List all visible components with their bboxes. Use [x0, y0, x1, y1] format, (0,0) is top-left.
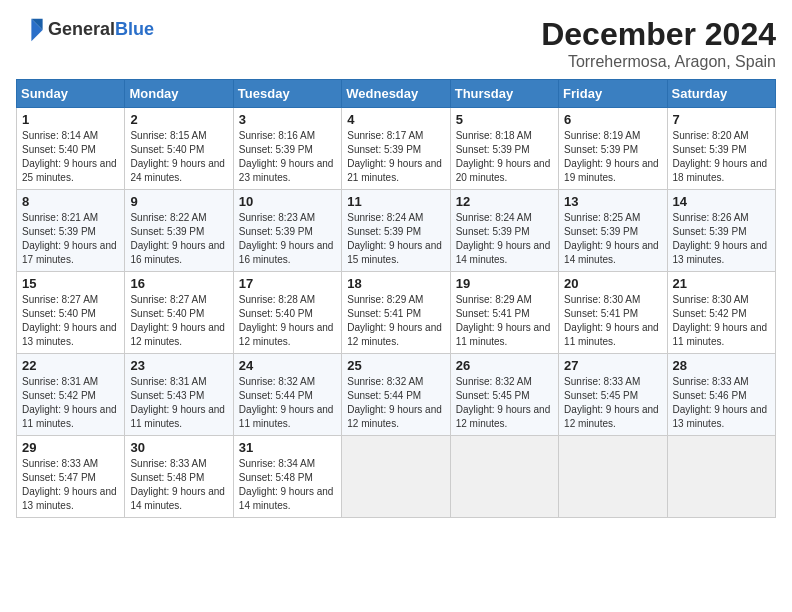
cell-content: Sunrise: 8:27 AMSunset: 5:40 PMDaylight:…	[130, 294, 225, 347]
day-number: 24	[239, 358, 336, 373]
cell-content: Sunrise: 8:33 AMSunset: 5:46 PMDaylight:…	[673, 376, 768, 429]
day-number: 7	[673, 112, 770, 127]
day-number: 8	[22, 194, 119, 209]
location-title: Torrehermosa, Aragon, Spain	[541, 53, 776, 71]
calendar-cell: 12 Sunrise: 8:24 AMSunset: 5:39 PMDaylig…	[450, 190, 558, 272]
day-number: 25	[347, 358, 444, 373]
calendar-cell: 5 Sunrise: 8:18 AMSunset: 5:39 PMDayligh…	[450, 108, 558, 190]
calendar-cell: 30 Sunrise: 8:33 AMSunset: 5:48 PMDaylig…	[125, 436, 233, 518]
day-number: 3	[239, 112, 336, 127]
logo-text-blue: Blue	[115, 19, 154, 39]
cell-content: Sunrise: 8:32 AMSunset: 5:44 PMDaylight:…	[347, 376, 442, 429]
cell-content: Sunrise: 8:29 AMSunset: 5:41 PMDaylight:…	[456, 294, 551, 347]
cell-content: Sunrise: 8:24 AMSunset: 5:39 PMDaylight:…	[456, 212, 551, 265]
cell-content: Sunrise: 8:16 AMSunset: 5:39 PMDaylight:…	[239, 130, 334, 183]
cell-content: Sunrise: 8:32 AMSunset: 5:44 PMDaylight:…	[239, 376, 334, 429]
day-header-sunday: Sunday	[17, 80, 125, 108]
day-number: 6	[564, 112, 661, 127]
day-header-tuesday: Tuesday	[233, 80, 341, 108]
calendar-week-1: 1 Sunrise: 8:14 AMSunset: 5:40 PMDayligh…	[17, 108, 776, 190]
calendar-cell: 3 Sunrise: 8:16 AMSunset: 5:39 PMDayligh…	[233, 108, 341, 190]
calendar-cell	[342, 436, 450, 518]
day-number: 14	[673, 194, 770, 209]
day-number: 15	[22, 276, 119, 291]
calendar-cell: 6 Sunrise: 8:19 AMSunset: 5:39 PMDayligh…	[559, 108, 667, 190]
day-number: 1	[22, 112, 119, 127]
day-number: 20	[564, 276, 661, 291]
calendar-cell: 20 Sunrise: 8:30 AMSunset: 5:41 PMDaylig…	[559, 272, 667, 354]
cell-content: Sunrise: 8:30 AMSunset: 5:42 PMDaylight:…	[673, 294, 768, 347]
cell-content: Sunrise: 8:19 AMSunset: 5:39 PMDaylight:…	[564, 130, 659, 183]
logo-text-general: General	[48, 19, 115, 39]
day-number: 23	[130, 358, 227, 373]
cell-content: Sunrise: 8:32 AMSunset: 5:45 PMDaylight:…	[456, 376, 551, 429]
cell-content: Sunrise: 8:24 AMSunset: 5:39 PMDaylight:…	[347, 212, 442, 265]
calendar-cell: 31 Sunrise: 8:34 AMSunset: 5:48 PMDaylig…	[233, 436, 341, 518]
calendar-cell: 17 Sunrise: 8:28 AMSunset: 5:40 PMDaylig…	[233, 272, 341, 354]
day-number: 13	[564, 194, 661, 209]
calendar-cell: 24 Sunrise: 8:32 AMSunset: 5:44 PMDaylig…	[233, 354, 341, 436]
cell-content: Sunrise: 8:25 AMSunset: 5:39 PMDaylight:…	[564, 212, 659, 265]
calendar-cell: 16 Sunrise: 8:27 AMSunset: 5:40 PMDaylig…	[125, 272, 233, 354]
calendar-cell: 4 Sunrise: 8:17 AMSunset: 5:39 PMDayligh…	[342, 108, 450, 190]
calendar-week-2: 8 Sunrise: 8:21 AMSunset: 5:39 PMDayligh…	[17, 190, 776, 272]
day-header-friday: Friday	[559, 80, 667, 108]
day-header-monday: Monday	[125, 80, 233, 108]
calendar-week-4: 22 Sunrise: 8:31 AMSunset: 5:42 PMDaylig…	[17, 354, 776, 436]
day-number: 11	[347, 194, 444, 209]
calendar-cell: 1 Sunrise: 8:14 AMSunset: 5:40 PMDayligh…	[17, 108, 125, 190]
cell-content: Sunrise: 8:21 AMSunset: 5:39 PMDaylight:…	[22, 212, 117, 265]
cell-content: Sunrise: 8:33 AMSunset: 5:48 PMDaylight:…	[130, 458, 225, 511]
day-number: 21	[673, 276, 770, 291]
cell-content: Sunrise: 8:31 AMSunset: 5:42 PMDaylight:…	[22, 376, 117, 429]
calendar-cell: 9 Sunrise: 8:22 AMSunset: 5:39 PMDayligh…	[125, 190, 233, 272]
day-number: 30	[130, 440, 227, 455]
title-block: December 2024 Torrehermosa, Aragon, Spai…	[541, 16, 776, 71]
calendar-cell: 27 Sunrise: 8:33 AMSunset: 5:45 PMDaylig…	[559, 354, 667, 436]
day-header-saturday: Saturday	[667, 80, 775, 108]
calendar-cell: 26 Sunrise: 8:32 AMSunset: 5:45 PMDaylig…	[450, 354, 558, 436]
month-title: December 2024	[541, 16, 776, 53]
cell-content: Sunrise: 8:23 AMSunset: 5:39 PMDaylight:…	[239, 212, 334, 265]
calendar-cell: 7 Sunrise: 8:20 AMSunset: 5:39 PMDayligh…	[667, 108, 775, 190]
cell-content: Sunrise: 8:31 AMSunset: 5:43 PMDaylight:…	[130, 376, 225, 429]
calendar-week-5: 29 Sunrise: 8:33 AMSunset: 5:47 PMDaylig…	[17, 436, 776, 518]
calendar-cell: 11 Sunrise: 8:24 AMSunset: 5:39 PMDaylig…	[342, 190, 450, 272]
cell-content: Sunrise: 8:28 AMSunset: 5:40 PMDaylight:…	[239, 294, 334, 347]
calendar-cell: 21 Sunrise: 8:30 AMSunset: 5:42 PMDaylig…	[667, 272, 775, 354]
logo-icon	[16, 16, 44, 44]
day-number: 18	[347, 276, 444, 291]
cell-content: Sunrise: 8:17 AMSunset: 5:39 PMDaylight:…	[347, 130, 442, 183]
cell-content: Sunrise: 8:26 AMSunset: 5:39 PMDaylight:…	[673, 212, 768, 265]
calendar-week-3: 15 Sunrise: 8:27 AMSunset: 5:40 PMDaylig…	[17, 272, 776, 354]
cell-content: Sunrise: 8:27 AMSunset: 5:40 PMDaylight:…	[22, 294, 117, 347]
calendar-cell: 15 Sunrise: 8:27 AMSunset: 5:40 PMDaylig…	[17, 272, 125, 354]
calendar-cell	[667, 436, 775, 518]
day-header-wednesday: Wednesday	[342, 80, 450, 108]
cell-content: Sunrise: 8:29 AMSunset: 5:41 PMDaylight:…	[347, 294, 442, 347]
calendar-header-row: SundayMondayTuesdayWednesdayThursdayFrid…	[17, 80, 776, 108]
page-header: GeneralBlue December 2024 Torrehermosa, …	[16, 16, 776, 71]
day-number: 17	[239, 276, 336, 291]
cell-content: Sunrise: 8:14 AMSunset: 5:40 PMDaylight:…	[22, 130, 117, 183]
cell-content: Sunrise: 8:15 AMSunset: 5:40 PMDaylight:…	[130, 130, 225, 183]
cell-content: Sunrise: 8:20 AMSunset: 5:39 PMDaylight:…	[673, 130, 768, 183]
day-number: 9	[130, 194, 227, 209]
logo: GeneralBlue	[16, 16, 154, 44]
cell-content: Sunrise: 8:22 AMSunset: 5:39 PMDaylight:…	[130, 212, 225, 265]
day-number: 28	[673, 358, 770, 373]
day-number: 31	[239, 440, 336, 455]
calendar-cell: 25 Sunrise: 8:32 AMSunset: 5:44 PMDaylig…	[342, 354, 450, 436]
day-number: 29	[22, 440, 119, 455]
cell-content: Sunrise: 8:34 AMSunset: 5:48 PMDaylight:…	[239, 458, 334, 511]
calendar-cell: 29 Sunrise: 8:33 AMSunset: 5:47 PMDaylig…	[17, 436, 125, 518]
day-number: 26	[456, 358, 553, 373]
calendar-cell: 14 Sunrise: 8:26 AMSunset: 5:39 PMDaylig…	[667, 190, 775, 272]
calendar-cell: 19 Sunrise: 8:29 AMSunset: 5:41 PMDaylig…	[450, 272, 558, 354]
cell-content: Sunrise: 8:30 AMSunset: 5:41 PMDaylight:…	[564, 294, 659, 347]
calendar-cell: 2 Sunrise: 8:15 AMSunset: 5:40 PMDayligh…	[125, 108, 233, 190]
day-number: 10	[239, 194, 336, 209]
calendar-cell: 18 Sunrise: 8:29 AMSunset: 5:41 PMDaylig…	[342, 272, 450, 354]
day-number: 2	[130, 112, 227, 127]
day-number: 4	[347, 112, 444, 127]
